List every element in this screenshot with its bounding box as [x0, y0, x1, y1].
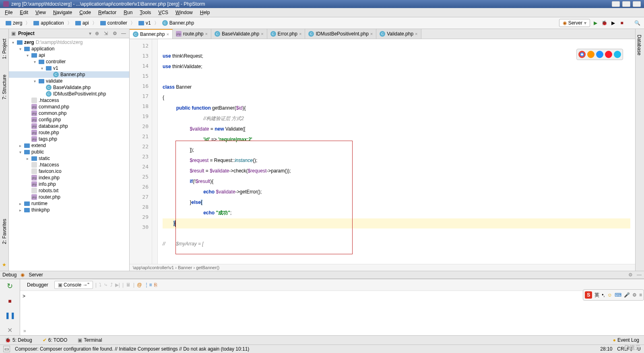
scroll-from-source-icon[interactable]: ⊕ [94, 30, 100, 37]
ime-punct[interactable]: •, [602, 292, 605, 298]
tree-item-router-php[interactable]: phprouter.php [9, 194, 129, 200]
project-tree[interactable]: ▾zerg D:\xampp\htdocs\zerg▾application▾a… [9, 38, 129, 271]
collapse-all-icon[interactable]: ⇲ [103, 30, 109, 37]
cursor-position[interactable]: 28:10 [600, 346, 612, 352]
tree-item-robots-txt[interactable]: robots.txt [9, 187, 129, 194]
tab-Error-php[interactable]: CError.php× [267, 29, 305, 39]
status-icon[interactable]: ▭ [3, 346, 10, 352]
tree-item-route-php[interactable]: phproute.php [9, 129, 129, 136]
opera-icon[interactable] [605, 51, 612, 58]
ime-keyboard-icon[interactable]: ⌨ [615, 292, 621, 298]
run-button[interactable]: ▶ [592, 19, 599, 27]
debug-server-tab[interactable]: Server [29, 272, 43, 278]
tree-item--htaccess[interactable]: .htaccess [9, 97, 129, 104]
run-to-cursor-icon[interactable]: ▶| [115, 282, 120, 288]
crumb-zerg[interactable]: zerg [3, 19, 25, 27]
menu-help[interactable]: Help [197, 9, 213, 16]
debug-button[interactable]: 🐞 [601, 19, 608, 27]
terminal-tool-tab[interactable]: ▣Terminal [75, 336, 104, 344]
favorites-tool-tab[interactable]: 2: Favorites [1, 217, 8, 246]
menu-refactor[interactable]: Refactor [95, 9, 120, 16]
maximize-button[interactable] [622, 1, 630, 7]
tree-item-controller[interactable]: ▾controller [9, 58, 129, 65]
tab-close-icon[interactable]: × [166, 32, 169, 37]
database-tool-tab[interactable]: Database [636, 29, 643, 61]
tree-item-info-php[interactable]: phpinfo.php [9, 181, 129, 187]
gear-icon[interactable]: ⚙ [111, 30, 118, 37]
code-editor[interactable]: use think\Request; use think\Validate; c… [158, 39, 635, 264]
tree-item-common-php[interactable]: phpcommon.php [9, 110, 129, 116]
line-gutter[interactable]: 12131415161718192021222324252627282930 [130, 39, 152, 264]
menu-code[interactable]: Code [76, 9, 94, 16]
tree-item--htaccess[interactable]: .htaccess [9, 162, 129, 168]
chrome-icon[interactable] [578, 51, 586, 58]
tab-close-icon[interactable]: × [261, 31, 263, 36]
run-config-selector[interactable]: ◉ Server ▾ [559, 19, 590, 27]
safari-icon[interactable] [596, 51, 603, 58]
stop-icon[interactable]: ■ [8, 298, 11, 304]
tree-item-runtime[interactable]: ▸runtime [9, 200, 129, 207]
tree-item-thinkphp[interactable]: ▸thinkphp [9, 207, 129, 213]
menu-navigate[interactable]: Navigate [50, 9, 75, 16]
crumb-v1[interactable]: v1 [136, 19, 153, 27]
debug-tool-tab[interactable]: 🐞5: Debug [2, 336, 35, 344]
sogou-icon[interactable]: S [585, 291, 592, 299]
menu-run[interactable]: Run [120, 9, 136, 16]
crumb-controller[interactable]: controller [98, 19, 130, 27]
tab-Banner-php[interactable]: CBanner.php× [130, 29, 173, 39]
tab-close-icon[interactable]: × [415, 31, 417, 36]
tree-root[interactable]: ▾zerg D:\xampp\htdocs\zerg [9, 39, 129, 46]
menu-tools[interactable]: Tools [136, 9, 154, 16]
tree-item-validate[interactable]: ▾validate [9, 78, 129, 84]
tree-item-api[interactable]: ▾api [9, 52, 129, 58]
menu-vcs[interactable]: VCS [155, 9, 171, 16]
coverage-button[interactable]: ▶ [609, 19, 617, 27]
evaluate-icon[interactable]: 🖩 [126, 282, 131, 288]
ime-emoji-icon[interactable]: ☺ [607, 292, 612, 298]
crumb-Banner-php[interactable]: CBanner.php [160, 19, 196, 27]
pause-icon[interactable]: ❚❚ [5, 311, 15, 319]
ie-icon[interactable] [614, 51, 621, 58]
debugger-tab[interactable]: Debugger [23, 281, 52, 289]
console-more[interactable]: » [20, 326, 644, 335]
copy-icon[interactable]: ⎘ [154, 282, 157, 288]
tree-item-static[interactable]: ▸static [9, 155, 129, 162]
tree-item-extend[interactable]: ▸extend [9, 142, 129, 149]
todo-tool-tab[interactable]: ✔6: TODO [40, 336, 70, 344]
event-log-tab[interactable]: ●Event Log [611, 336, 642, 344]
console-tab[interactable]: ▣ Console →" [54, 281, 93, 289]
ime-lang[interactable]: 英 [594, 292, 599, 299]
tree-item-tags-php[interactable]: phptags.php [9, 136, 129, 142]
crumb-api[interactable]: api [73, 19, 91, 27]
menu-window[interactable]: Window [172, 9, 196, 16]
tree-item-v1[interactable]: ▾v1 [9, 65, 129, 71]
ime-mic-icon[interactable]: 🎤 [624, 292, 630, 298]
fold-gutter[interactable] [152, 39, 158, 264]
menu-file[interactable]: File [2, 9, 16, 16]
menu-edit[interactable]: Edit [17, 9, 31, 16]
at-icon[interactable]: @ [137, 282, 142, 288]
step-into-icon[interactable]: ⤷ [104, 282, 108, 288]
tree-item-application[interactable]: ▾application [9, 46, 129, 52]
minimize-icon[interactable]: — [637, 272, 642, 278]
gear-icon[interactable]: ⚙ [628, 272, 633, 278]
step-out-icon[interactable]: ⤴ [110, 282, 113, 288]
close-icon[interactable]: ✕ [7, 326, 12, 334]
tree-item-Banner-php[interactable]: CBanner.php [9, 71, 129, 78]
stop-button[interactable]: ■ [618, 19, 625, 27]
close-button[interactable] [633, 1, 641, 7]
console-output[interactable]: > [20, 291, 644, 326]
search-icon[interactable]: 🔍 [634, 19, 641, 27]
tab-IDMustBePositiveInt-php[interactable]: CIDMustBePositiveInt.php× [305, 29, 376, 39]
tab-close-icon[interactable]: × [370, 31, 373, 36]
minimize-button[interactable] [612, 1, 620, 7]
tree-item-public[interactable]: ▾public [9, 149, 129, 155]
firefox-icon[interactable] [587, 51, 594, 58]
tree-item-command-php[interactable]: phpcommand.php [9, 104, 129, 110]
hide-icon[interactable]: — [120, 30, 127, 37]
tree-icon[interactable]: ⋮≡ [144, 282, 152, 288]
menu-view[interactable]: View [32, 9, 49, 16]
tab-close-icon[interactable]: × [205, 31, 208, 36]
tab-BaseValidate-php[interactable]: CBaseValidate.php× [211, 29, 267, 39]
tree-item-index-php[interactable]: phpindex.php [9, 174, 129, 181]
